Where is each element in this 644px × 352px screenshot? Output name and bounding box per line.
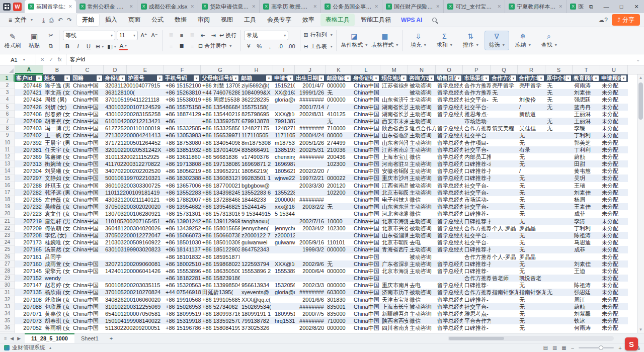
fx-icon[interactable]: fx (58, 57, 62, 62)
cell[interactable]: 无 (326, 118, 352, 125)
cell[interactable] (545, 196, 573, 203)
cell[interactable]: hrq153199( (273, 317, 295, 324)
cell[interactable]: 18056219( (273, 167, 295, 174)
cell[interactable]: China中国 (352, 289, 380, 296)
cell[interactable]: 15244145 (240, 203, 273, 210)
cell[interactable]: 835866491 (240, 146, 273, 153)
cell[interactable]: China中国 (352, 296, 380, 303)
cell[interactable]: 200120 (326, 182, 352, 189)
cell[interactable]: China中国 (352, 174, 380, 182)
cell[interactable]: 411702200312270822 (104, 160, 127, 167)
cell[interactable] (491, 218, 518, 225)
currency-icon[interactable]: ¥ (244, 42, 253, 51)
header-cell[interactable]: 客户id▾ (15, 74, 43, 82)
cell[interactable]: 合作方推荐 (463, 225, 491, 232)
cell[interactable]: China中国 (71, 167, 104, 174)
cell[interactable]: 口碑推荐-推 (463, 260, 491, 268)
cell[interactable]: 无 (545, 82, 573, 89)
cell[interactable]: 留学总经办 (436, 289, 463, 296)
cell[interactable]: 310102200312255069 (104, 303, 127, 310)
cell[interactable] (491, 146, 518, 153)
cell[interactable]: 社交平台- (463, 232, 491, 239)
cell[interactable]: 王晨宇 (男 (43, 139, 71, 146)
cell[interactable]: 430103200107124529 (104, 104, 127, 111)
cell[interactable]: 000000 (326, 96, 352, 103)
cell[interactable]: China中国 (71, 153, 104, 160)
cell[interactable]: 无 (518, 246, 545, 253)
cell[interactable]: China中国 (71, 182, 104, 189)
cell[interactable] (380, 275, 408, 282)
header-cell[interactable]: 现住地址▾ (380, 74, 408, 82)
cell[interactable] (545, 303, 573, 310)
cell[interactable] (491, 160, 518, 167)
cell[interactable]: 丁利利 (573, 146, 600, 153)
cell[interactable]: gloria@uk( (273, 96, 295, 103)
cell[interactable]: 被动咨询 (408, 225, 436, 232)
header-cell[interactable]: 咨询方式▾ (408, 74, 436, 82)
cell[interactable]: 李清 (573, 218, 600, 225)
prev-sheet-icon[interactable]: ◀ (10, 336, 14, 341)
cell[interactable]: China中国 (71, 203, 104, 210)
cell[interactable]: 511302200209200051 (104, 324, 127, 331)
cell[interactable]: +86 刘慧 137052 (201, 82, 240, 89)
cell[interactable]: China中国 (352, 82, 380, 89)
cell[interactable]: 274499 (326, 139, 352, 146)
column-header-M[interactable]: M (380, 65, 408, 74)
cell[interactable]: 留学总经办 (436, 310, 463, 317)
cell[interactable]: 无 (518, 260, 545, 268)
cell[interactable]: 无 (518, 160, 545, 167)
cell[interactable]: 2002/3/3 (295, 282, 326, 289)
cell[interactable]: 内部员工推 (463, 153, 491, 160)
cell[interactable]: 500106199702210321 (104, 174, 127, 182)
cell[interactable]: 207265 (15, 196, 43, 203)
cell[interactable] (491, 167, 518, 174)
cell[interactable]: 360103200303300725 (104, 182, 127, 189)
cell[interactable]: XXX@163.( (273, 260, 295, 268)
menu-tab[interactable]: 公式 (146, 14, 169, 26)
cell[interactable] (491, 132, 518, 139)
cell[interactable]: China中国 (352, 317, 380, 324)
row-number[interactable]: 36 (0, 324, 15, 331)
cell[interactable]: 刘俊伶 (518, 96, 545, 103)
cell[interactable]: 社交平台- (463, 203, 491, 210)
cell[interactable]: 吴玥 (573, 174, 600, 182)
cell[interactable]: 刘素佳 (573, 89, 600, 96)
cell[interactable]: 无 (518, 196, 545, 203)
cell[interactable] (127, 324, 164, 331)
cell[interactable]: 有录 (518, 146, 545, 153)
cell[interactable] (127, 246, 164, 253)
cell[interactable] (491, 111, 518, 118)
cell[interactable]: 蔚劼 (573, 153, 600, 160)
cell[interactable]: 杨眉 (573, 196, 600, 203)
row-number[interactable]: 5 (0, 104, 15, 111)
cell[interactable]: 无 (545, 118, 573, 125)
cell[interactable]: +86 15066073 (164, 232, 201, 239)
cell[interactable] (545, 260, 573, 268)
column-header-G[interactable]: G (201, 65, 240, 74)
row-number[interactable]: 22 (0, 225, 15, 232)
cell[interactable]: 丁利利 (573, 132, 600, 139)
cell[interactable]: 未分配 (600, 210, 628, 217)
cell[interactable]: 000000 (326, 268, 352, 275)
cell[interactable] (127, 210, 164, 217)
cell[interactable]: 无 (491, 96, 518, 103)
cell[interactable]: 207145 (15, 268, 43, 275)
cell[interactable]: 362228235 (240, 96, 273, 103)
cell[interactable]: wendy (43, 275, 71, 282)
cell[interactable]: 留学总经办 (436, 239, 463, 246)
cell[interactable]: 留学总经办 (436, 153, 463, 160)
cell[interactable]: 1999/1/26 (295, 89, 326, 96)
cell[interactable]: 142401200006041426 (104, 268, 127, 275)
cell[interactable]: / (518, 104, 545, 111)
indent-increase-icon[interactable]: ⇥ (209, 31, 218, 40)
cell[interactable]: 被动咨询 (408, 82, 436, 89)
header-cell[interactable]: 市场渠道▾ (463, 74, 491, 82)
cell[interactable]: XXX@163. (273, 111, 295, 118)
cell[interactable]: 207173 (15, 239, 43, 246)
cell[interactable]: 口碑推荐- (463, 282, 491, 289)
cell[interactable]: 亮甲留学 (518, 82, 545, 89)
cell[interactable]: 罗晶晶 (518, 225, 545, 232)
cell[interactable]: 李文燕 (女 (43, 89, 71, 96)
ribbon-tool-button[interactable]: ⇩填充▾ (407, 31, 430, 50)
ribbon-tool-button[interactable]: ❄冻结▾ (511, 31, 535, 50)
